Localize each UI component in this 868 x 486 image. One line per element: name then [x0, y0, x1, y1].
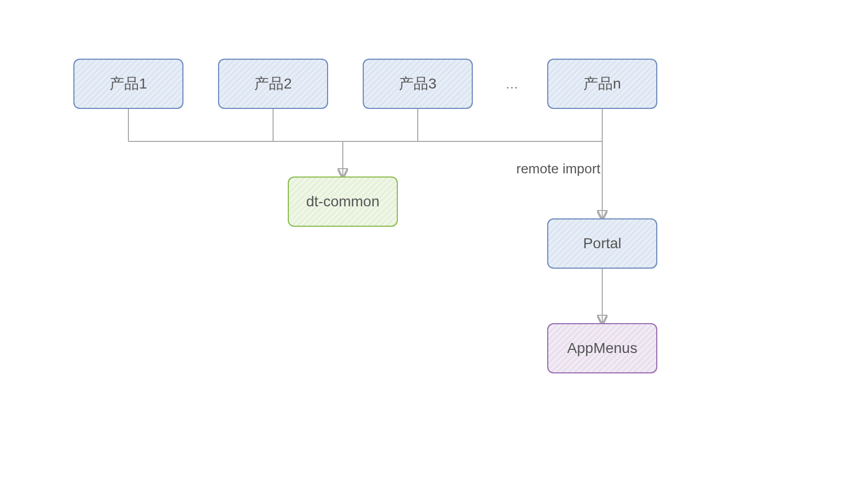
node-portal-label: Portal [583, 235, 621, 252]
node-portal: Portal [547, 218, 657, 269]
node-product1: 产品1 [73, 59, 183, 109]
node-appmenus-label: AppMenus [567, 340, 637, 357]
edge-label-remote-import: remote import [516, 161, 600, 177]
node-productn: 产品n [547, 59, 657, 109]
node-dtcommon: dt-common [288, 176, 398, 227]
node-product3: 产品3 [363, 59, 473, 109]
node-productn-label: 产品n [583, 74, 621, 94]
node-product2-label: 产品2 [254, 74, 292, 94]
node-appmenus: AppMenus [547, 323, 657, 373]
ellipsis-text: ··· [506, 79, 518, 95]
node-dtcommon-label: dt-common [306, 193, 379, 210]
node-product2: 产品2 [218, 59, 328, 109]
node-product1-label: 产品1 [110, 74, 147, 94]
node-product3-label: 产品3 [399, 74, 437, 94]
